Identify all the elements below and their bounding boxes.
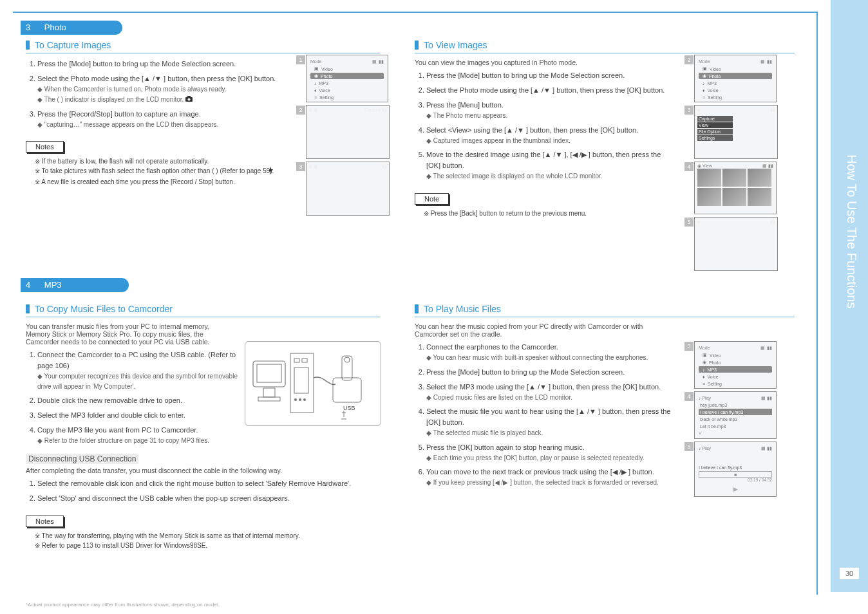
svg-rect-8: [294, 358, 299, 362]
section-play: To Play Music Files You can hear the mus…: [415, 304, 672, 492]
svg-point-16: [344, 357, 350, 362]
steps-list: Connect the Camcorder to a PC using the …: [26, 349, 243, 446]
note: A new file is created each time you pres…: [35, 177, 283, 187]
chapter-tab-photo: 3 Photo: [21, 21, 122, 35]
section-title: To View Images: [415, 40, 672, 50]
page-number: 30: [840, 568, 859, 579]
view-screens: 2 Mode▦▮▮ ▣Video ◉Photo ♪MP3 ♦Voice ≡Set…: [694, 55, 778, 274]
divider: [26, 53, 380, 53]
svg-text:USB: USB: [343, 405, 355, 411]
step: Select the music file you want to hear u…: [426, 406, 672, 438]
svg-rect-10: [294, 367, 308, 393]
screen-mode-menu-mp3: 3 Mode▦▮▮ ▣Video ◉Photo ♪MP3 ♦Voice ≡Set…: [694, 341, 777, 389]
svg-rect-5: [263, 388, 275, 397]
step: Double click the new removable drive to …: [37, 395, 243, 406]
screen-mp3-list: 4 ♪ Play▦ ▮▮ hey jude.mp3 I believe I ca…: [694, 391, 777, 439]
disconnect-steps: Select the removable disk icon and click…: [26, 478, 372, 504]
notes-list: The way for transferring, playing with t…: [26, 531, 380, 550]
intro: You can view the images you captured in …: [415, 59, 672, 66]
svg-rect-3: [253, 361, 285, 387]
step: Select the removable disk icon and click…: [37, 478, 372, 489]
chapter-title: MP3: [44, 280, 62, 290]
chapter-num: 3: [26, 23, 30, 32]
step: Move to the desired image using the [▲ /…: [426, 149, 672, 181]
svg-rect-4: [257, 364, 281, 382]
note: To take pictures with flash select the f…: [35, 166, 283, 176]
play-icon: ▶: [699, 486, 772, 492]
section-title: To Play Music Files: [415, 304, 672, 314]
pc-connection-illustration: USB: [245, 341, 381, 426]
camera-icon: ◉: [314, 73, 318, 79]
note: The way for transferring, playing with t…: [35, 531, 380, 541]
step: Connect the Camcorder to a PC using the …: [37, 349, 243, 391]
step: You can move to the next track or previo…: [426, 467, 672, 488]
footer-note: *Actual product appearance may differ fr…: [26, 602, 220, 608]
mp3-screens: 3 Mode▦▮▮ ▣Video ◉Photo ♪MP3 ♦Voice ≡Set…: [694, 341, 777, 499]
steps-list: Press the [Mode] button to bring up the …: [26, 59, 283, 129]
chapter-num: 4: [26, 280, 30, 290]
step: Copy the MP3 file you want from PC to Ca…: [37, 425, 243, 446]
notes-heading: Note: [415, 193, 449, 205]
camera-icon: [185, 95, 193, 105]
svg-rect-14: [333, 378, 361, 402]
svg-rect-15: [342, 356, 352, 380]
section-capture: To Capture Images Press the [Mode] butto…: [26, 40, 283, 187]
step: Select the Photo mode using the [▲ /▼ ] …: [426, 85, 672, 96]
svg-rect-6: [258, 397, 280, 401]
step: Press the [Mode] button to bring up the …: [37, 59, 283, 70]
notes-list: If the battery is low, the flash will no…: [26, 156, 283, 186]
screen-mode-menu: 1 Mode▦▮▮ ▣Video ◉Photo ♪MP3 ♦Voice ≡Set…: [306, 55, 388, 102]
divider: [26, 317, 380, 317]
side-panel-label: How To Use The Functions: [844, 154, 859, 308]
step: Press the [OK] button again to stop hear…: [426, 442, 672, 463]
intro: You can hear the music copied from your …: [415, 322, 672, 338]
notes-list: Press the [Back] button to return to the…: [415, 209, 672, 218]
step: Select 'Stop' and disconnect the USB cab…: [37, 493, 372, 504]
svg-point-2: [188, 98, 191, 101]
steps-list: Press the [Mode] button to bring up the …: [415, 70, 672, 181]
divider: [415, 53, 795, 53]
step: Press the [Record/Stop] button to captur…: [37, 109, 283, 130]
steps-list: Connect the earphones to the Camcorder. …: [415, 342, 672, 488]
screen-capture-done: 3 ◉ ▣▮▮: [306, 162, 390, 216]
intro: You can transfer music files from your P…: [26, 322, 232, 346]
chapter-tab-mp3: 4 MP3: [21, 278, 129, 292]
screen-fullview: 5 ◉▮▮: [694, 217, 778, 271]
step: Press the [Mode] button to bring up the …: [426, 70, 672, 81]
chapter-title: Photo: [44, 23, 66, 32]
side-panel: How To Use The Functions 30: [831, 0, 868, 592]
screen-capture-preview: 2 ◉ ▣Capture ▮▮: [306, 105, 390, 159]
svg-point-13: [303, 398, 306, 401]
section-title: To Capture Images: [26, 40, 283, 50]
note: Refer to page 113 to install USB Driver …: [35, 541, 380, 550]
step: Connect the earphones to the Camcorder. …: [426, 342, 672, 363]
screen-mp3-play: 5 ♪ Play▦ ▮▮ I believe I can fly.mp3 ■ 0…: [694, 442, 777, 497]
svg-point-12: [299, 398, 301, 401]
screen-photo-menu: 3 ◉▮▮ Capture View File Option Settings: [694, 105, 778, 159]
sub-heading: Disconnecting USB Connection: [26, 454, 138, 464]
note: Press the [Back] button to return to the…: [424, 209, 672, 218]
sub-intro: After completing the data transfer, you …: [26, 467, 380, 474]
step: Select <View> using the [▲ /▼ ] button, …: [426, 125, 672, 146]
svg-rect-9: [302, 358, 307, 362]
notes-heading: Notes: [26, 516, 64, 527]
step: Press the [Menu] button. ◆ The Photo men…: [426, 100, 672, 121]
capture-screens: 1 Mode▦▮▮ ▣Video ◉Photo ♪MP3 ♦Voice ≡Set…: [306, 55, 390, 218]
step: Press the [Mode] button to bring up the …: [426, 367, 672, 378]
svg-point-11: [294, 398, 297, 401]
step: Select the MP3 mode using the [▲ /▼ ] bu…: [426, 382, 672, 403]
note: If the battery is low, the flash will no…: [35, 156, 283, 166]
divider: [415, 317, 795, 317]
svg-rect-1: [187, 96, 191, 98]
screen-mode-menu: 2 Mode▦▮▮ ▣Video ◉Photo ♪MP3 ♦Voice ≡Set…: [694, 55, 777, 102]
section-view: To View Images You can view the images y…: [415, 40, 672, 218]
section-title: To Copy Music Files to Camcorder: [26, 304, 380, 314]
chevron-down-icon: ▾: [699, 431, 701, 436]
step: Select the Photo mode using the [▲ /▼ ] …: [37, 73, 283, 105]
notes-heading: Notes: [26, 141, 64, 153]
step: Select the MP3 folder and double click t…: [37, 410, 243, 421]
screen-thumbnails: 4 ◉ View▦ ▮▮: [694, 162, 777, 214]
